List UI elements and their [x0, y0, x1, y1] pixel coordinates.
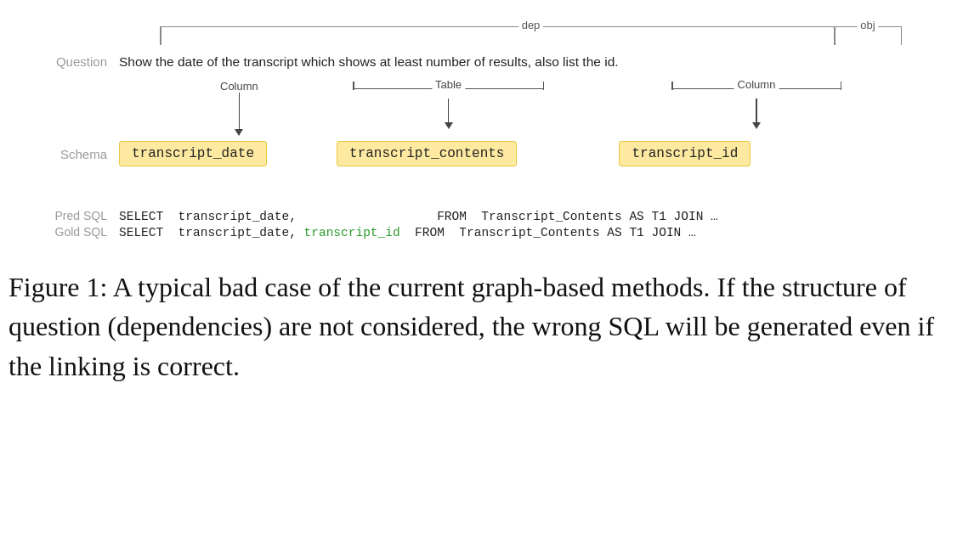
schema-items: transcript_date transcript_contents tran… — [119, 141, 946, 166]
gold-sql-row: Gold SQL SELECT transcript_date, transcr… — [34, 225, 946, 239]
diagram-area: dep obj Question Show the date of the tr… — [34, 15, 946, 279]
sql-section: Pred SQL SELECT transcript_date, FROM Tr… — [34, 209, 946, 241]
column-bracket-right: Column — [671, 78, 841, 129]
gold-sql-label: Gold SQL — [34, 225, 119, 239]
schema-item-transcript-date: transcript_date — [119, 141, 267, 166]
dep-label: dep — [518, 19, 544, 31]
obj-label: obj — [857, 19, 878, 31]
schema-row: Schema transcript_date transcript_conten… — [34, 141, 946, 166]
schema-item-transcript-contents: transcript_contents — [337, 141, 517, 166]
question-text: Show the date of the transcript which sh… — [119, 53, 619, 71]
pred-sql-row: Pred SQL SELECT transcript_date, FROM Tr… — [34, 209, 946, 223]
column-label-left: Column — [220, 80, 258, 93]
column-arrow-left: Column — [220, 80, 258, 136]
dep-arc: dep — [160, 19, 902, 49]
column-bracket-right-label: Column — [734, 78, 779, 91]
question-row: Question Show the date of the transcript… — [34, 53, 946, 71]
obj-arc: obj — [834, 19, 902, 49]
question-label: Question — [34, 54, 119, 69]
pred-sql-text: SELECT transcript_date, FROM Transcript_… — [119, 210, 718, 223]
schema-item-transcript-id: transcript_id — [619, 141, 751, 166]
figure-caption: Figure 1: A typical bad case of the curr… — [0, 268, 980, 386]
table-bracket: Table — [353, 78, 544, 129]
pred-sql-label: Pred SQL — [34, 209, 119, 222]
caption-text: Figure 1: A typical bad case of the curr… — [8, 272, 934, 381]
table-bracket-label: Table — [432, 78, 465, 91]
gold-sql-highlight: transcript_id — [304, 226, 400, 239]
gold-sql-text: SELECT transcript_date, transcript_id FR… — [119, 226, 696, 239]
main-container: dep obj Question Show the date of the tr… — [0, 0, 980, 535]
schema-label: Schema — [34, 147, 119, 161]
